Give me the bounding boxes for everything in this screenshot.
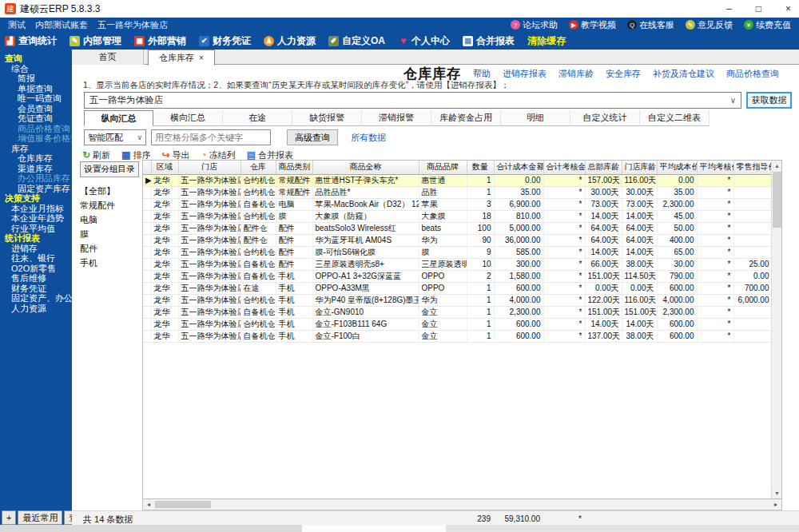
quick-link-教学视频[interactable]: ▶教学视频	[569, 19, 616, 31]
sidebar-item-商品价格查询[interactable]: 商品价格查询	[0, 124, 72, 134]
column-header-门店库龄[interactable]: 门店库龄	[622, 161, 657, 174]
column-header-marker[interactable]	[143, 161, 151, 174]
keyword-input[interactable]	[151, 129, 271, 145]
sidebar-item-固定资产、办公用品[interactable]: 固定资产、办公用品	[0, 293, 72, 304]
page-link-进销存报表[interactable]: 进销存报表	[503, 68, 547, 80]
sidebar-item-办公用品库存[interactable]: 办公用品库存	[0, 173, 72, 184]
page-link-滞销库龄[interactable]: 滞销库龄	[559, 68, 594, 80]
maximize-button[interactable]: □	[756, 3, 761, 14]
column-header-数量[interactable]: 数量	[467, 161, 494, 174]
view-tab-在途[interactable]: 在途	[223, 110, 292, 126]
scroll-left-icon[interactable]: ◂	[143, 499, 154, 510]
menu-item-人力资源[interactable]: ♟人力资源	[264, 34, 316, 48]
table-row[interactable]: 龙华五一路华为体验店配件仓配件beatsSolo3 Wireless红beats…	[143, 222, 771, 234]
column-header-商品品牌[interactable]: 商品品牌	[419, 161, 467, 174]
column-header-商品全称[interactable]: 商品全称	[312, 161, 419, 174]
table-row[interactable]: 龙华五一路华为体验店合约机仓常规配件品胜品胜*品胜135.00*30.00天30…	[143, 186, 771, 198]
column-header-合计成本金额[interactable]: 合计成本金额	[494, 161, 543, 174]
scroll-up-icon[interactable]: ▲	[772, 161, 782, 171]
scroll-down-icon[interactable]: ▼	[772, 488, 782, 498]
quick-link-意见反馈[interactable]: ✎意见反馈	[686, 19, 733, 31]
toolbar-刷新[interactable]: ↻刷新	[82, 149, 110, 161]
sidebar-item-仓库库存[interactable]: 仓库库存	[0, 153, 72, 164]
tab-home[interactable]: 首页	[72, 50, 144, 65]
sidebar-item-固定资产库存[interactable]: 固定资产库存	[0, 184, 72, 194]
table-row[interactable]: 龙华五一路华为体验店自备机仓手机OPPO-A1 3+32G深蓝蓝OPPO21,5…	[143, 270, 771, 282]
sidebar-item-行业平均值[interactable]: 行业平均值	[0, 224, 72, 234]
sidebar-item-单据查询[interactable]: 单据查询	[0, 84, 72, 94]
group-item-配件[interactable]: 配件	[80, 241, 141, 256]
column-header-仓库[interactable]: 仓库	[240, 161, 276, 174]
group-item-手机[interactable]: 手机	[80, 256, 141, 270]
view-tab-横向汇总[interactable]: 横向汇总	[153, 110, 223, 126]
table-row[interactable]: 龙华五一路华为体验店自备机仓手机金立-GN9010金立12,300.00*151…	[143, 306, 771, 318]
match-mode-select[interactable]: 智能匹配 ∨	[84, 129, 146, 145]
advanced-query-button[interactable]: 高级查询	[287, 129, 338, 145]
view-tab-库龄资金占用[interactable]: 库龄资金占用	[431, 110, 501, 126]
sidebar-item-增值服务价格查询[interactable]: 增值服务价格查询	[0, 133, 72, 144]
column-header-区域[interactable]: 区域	[151, 161, 178, 174]
view-tab-缺货报警[interactable]: 缺货报警	[292, 110, 362, 126]
group-item-【全部】[interactable]: 【全部】	[80, 184, 141, 198]
vscroll-thumb[interactable]	[773, 172, 781, 228]
column-header-商品类别[interactable]: 商品类别	[276, 161, 312, 174]
table-row[interactable]: 龙华五一路华为体验店合约机仓手机华为P40 皇帝版(8+128G)墨玉黑华为14…	[143, 294, 771, 306]
menu-item-合并报表[interactable]: ▤合并报表	[463, 34, 515, 48]
table-row[interactable]: ▶龙华五一路华为体验店合约机仓常规配件惠世通HST子弹头车充*惠世通10.00*…	[143, 174, 771, 186]
sidebar-item-O2O新零售[interactable]: O2O新零售	[0, 264, 72, 274]
horizontal-scrollbar[interactable]: ◂ ▸	[142, 499, 782, 510]
quick-link-在线客服[interactable]: Q在线客服	[627, 19, 674, 31]
column-header-平均考核价[interactable]: 平均考核价	[697, 161, 733, 174]
sidebar-item-财务凭证[interactable]: 财务凭证	[0, 284, 72, 294]
column-header-平均成本价[interactable]: 平均成本价	[657, 161, 697, 174]
table-row[interactable]: 龙华五一路华为体验店合约机仓膜大象膜（防窥）大象膜18810.00*14.00天…	[143, 210, 771, 222]
group-item-电脑[interactable]: 电脑	[80, 212, 141, 227]
page-link-安全库存[interactable]: 安全库存	[606, 68, 641, 80]
group-item-膜[interactable]: 膜	[80, 227, 141, 241]
sidebar-item-简报[interactable]: 简报	[0, 73, 72, 84]
view-tab-自定义统计[interactable]: 自定义统计	[570, 110, 640, 126]
minimize-button[interactable]: –	[726, 3, 732, 14]
quick-link-续费充值[interactable]: ¥续费充值	[744, 19, 791, 31]
sidebar-item-往来、银行[interactable]: 往来、银行	[0, 253, 72, 264]
sidebar-item-人力资源[interactable]: 人力资源	[0, 304, 72, 314]
view-tab-纵向汇总[interactable]: 纵向汇总	[84, 110, 153, 126]
column-header-合计考核金额[interactable]: 合计考核金额	[543, 161, 585, 174]
page-link-补货及清仓建议[interactable]: 补货及清仓建议	[653, 68, 714, 80]
page-link-帮助[interactable]: 帮助	[473, 68, 491, 80]
group-settings-button[interactable]: 设置分组目录	[80, 161, 139, 177]
tab-close-icon[interactable]: ×	[199, 54, 204, 62]
sidebar-footer-button-查找[interactable]: 查找	[64, 510, 72, 525]
hscroll-thumb[interactable]	[155, 501, 211, 508]
sidebar-item-库存[interactable]: 库存	[0, 144, 72, 154]
table-row[interactable]: 龙华五一路华为体验店配件仓配件华为蓝牙耳机 AM04S华为9036,000.00…	[143, 234, 771, 246]
close-button[interactable]: ×	[785, 3, 791, 14]
group-item-常规配件[interactable]: 常规配件	[80, 198, 141, 212]
sidebar-item-会员查询[interactable]: 会员查询	[0, 104, 72, 114]
sidebar-footer-button-+[interactable]: +	[2, 510, 16, 525]
sidebar-footer-button-最近常用[interactable]: 最近常用	[18, 510, 62, 525]
all-data-link[interactable]: 所有数据	[351, 132, 386, 144]
column-header-总部库龄[interactable]: 总部库龄	[585, 161, 622, 174]
store-select[interactable]: 五一路华为体验店 ∨	[84, 92, 741, 109]
fetch-data-button[interactable]: 获取数据	[746, 92, 792, 109]
menu-item-查询统计[interactable]: ▟查询统计	[5, 34, 57, 48]
table-row[interactable]: 龙华五一路华为体验店合约机仓手机金立-F103B111 64G金立1600.00…	[143, 318, 771, 330]
menu-item-财务凭证[interactable]: ✔财务凭证	[199, 34, 251, 48]
sidebar-item-凭证查询[interactable]: 凭证查询	[0, 113, 72, 124]
vertical-scrollbar[interactable]: ▲ ▼	[771, 161, 781, 498]
sidebar-item-售后维修[interactable]: 售后维修	[0, 273, 72, 284]
page-link-商品价格查询[interactable]: 商品价格查询	[726, 68, 779, 80]
column-header-零售指导价[interactable]: 零售指导价	[733, 161, 771, 174]
column-header-门店[interactable]: 门店	[178, 161, 240, 174]
view-tab-滞销报警[interactable]: 滞销报警	[362, 110, 431, 126]
table-row[interactable]: 龙华五一路华为体验店合约机仓配件膜-可怡S6钢化膜膜9585.00*14.00天…	[143, 246, 771, 258]
view-tab-自定义二维表[interactable]: 自定义二维表	[640, 110, 710, 126]
menu-item-自定义OA[interactable]: ✐自定义OA	[328, 34, 385, 48]
sidebar-item-综合[interactable]: 综合	[0, 64, 72, 74]
menu-item-个人中心[interactable]: ♥个人中心	[398, 34, 450, 48]
table-row[interactable]: 龙华五一路华为体验店在途手机OPPO-A33M黑OPPO1600.00*0.00…	[143, 282, 771, 294]
table-row[interactable]: 龙华五一路华为体验店自备机仓配件三星原装透明壳s8+三星原装透明壳10300.0…	[143, 258, 771, 270]
sidebar-item-本企业年趋势[interactable]: 本企业年趋势	[0, 213, 72, 224]
scroll-right-icon[interactable]: ▸	[770, 499, 781, 510]
